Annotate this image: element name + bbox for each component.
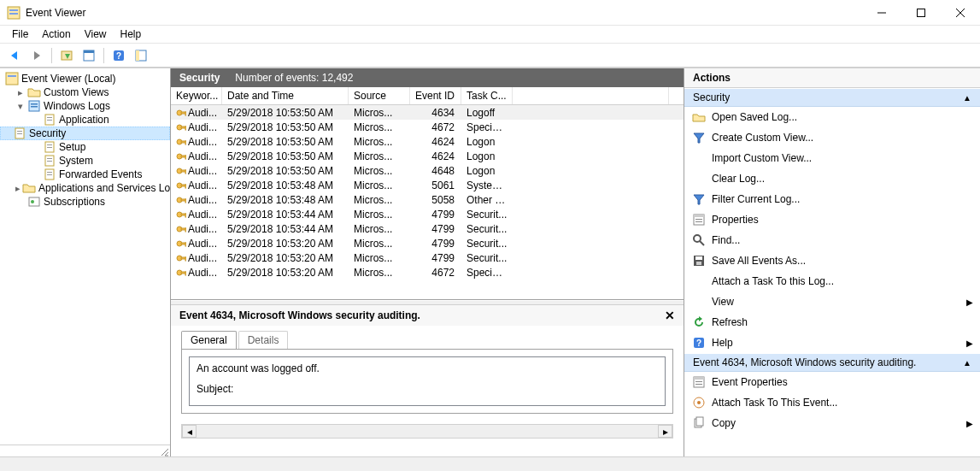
col-blank — [513, 87, 669, 104]
detail-hscrollbar[interactable]: ◂ ▸ — [181, 424, 673, 439]
minimize-button[interactable] — [862, 0, 901, 26]
tab-general[interactable]: General — [181, 331, 237, 349]
event-row[interactable]: Audi...5/29/2018 10:53:50 AMMicros...462… — [171, 149, 684, 163]
detail-body[interactable]: An account was logged off. Subject: — [189, 356, 666, 406]
event-row[interactable]: Audi...5/29/2018 10:53:48 AMMicros...506… — [171, 178, 684, 192]
actions-section-security[interactable]: Security ▲ — [684, 88, 980, 107]
close-button[interactable] — [941, 0, 980, 26]
back-button[interactable] — [4, 45, 25, 66]
submenu-arrow-icon: ▶ — [966, 419, 973, 428]
col-source[interactable]: Source — [349, 87, 410, 104]
detail-header: Event 4634, Microsoft Windows security a… — [171, 305, 684, 326]
cell-taskcat: System... — [461, 180, 513, 191]
scroll-right-icon[interactable]: ▸ — [658, 425, 672, 438]
tree-label: Applications and Services Lo — [38, 182, 170, 194]
event-row[interactable]: Audi...5/29/2018 10:53:50 AMMicros...463… — [171, 105, 684, 120]
cell-source: Micros... — [349, 136, 410, 148]
event-row[interactable]: Audi...5/29/2018 10:53:50 AMMicros...467… — [171, 120, 684, 134]
titlebar: Event Viewer — [0, 0, 980, 26]
cell-eventid: 4624 — [410, 136, 461, 148]
svg-rect-18 — [8, 75, 16, 77]
action-label: Properties — [712, 214, 759, 226]
action-help[interactable]: ?Help▶ — [684, 333, 980, 353]
actions-section-event[interactable]: Event 4634, Microsoft Windows security a… — [684, 353, 980, 372]
cell-taskcat: Logon — [461, 150, 513, 162]
nav-tree[interactable]: Event Viewer (Local) ▸Custom Views▾Windo… — [0, 68, 170, 445]
event-row[interactable]: Audi...5/29/2018 10:53:20 AMMicros...479… — [171, 250, 684, 265]
action-create-custom-view-[interactable]: Create Custom View... — [684, 127, 980, 148]
event-row[interactable]: Audi...5/29/2018 10:53:44 AMMicros...479… — [171, 207, 684, 221]
tree-node-subscriptions[interactable]: Subscriptions — [0, 195, 170, 209]
action-refresh[interactable]: Refresh — [684, 312, 980, 333]
action-label: Copy — [712, 417, 736, 429]
main-content: Event Viewer (Local) ▸Custom Views▾Windo… — [0, 68, 980, 456]
cell-eventid: 4799 — [410, 209, 461, 221]
tree-root[interactable]: Event Viewer (Local) — [0, 72, 170, 85]
maximize-button[interactable] — [901, 0, 941, 26]
scroll-left-icon[interactable]: ◂ — [182, 425, 197, 438]
action-attach-task-to-this-event-[interactable]: Attach Task To This Event... — [684, 392, 980, 413]
center-pane: Security Number of events: 12,492 Keywor… — [171, 68, 684, 456]
menu-file[interactable]: File — [5, 26, 35, 42]
action-event-properties[interactable]: Event Properties — [684, 372, 980, 392]
action-view[interactable]: View▶ — [684, 291, 980, 312]
action-attach-a-task-to-this-log-[interactable]: Attach a Task To this Log... — [684, 271, 980, 291]
cell-source: Micros... — [349, 180, 410, 191]
action-filter-current-log-[interactable]: Filter Current Log... — [684, 189, 980, 209]
help-toolbar-button[interactable]: ? — [109, 45, 129, 66]
event-row[interactable]: Audi...5/29/2018 10:53:50 AMMicros...462… — [171, 134, 684, 149]
pane-resizer[interactable] — [0, 445, 170, 456]
col-eventid[interactable]: Event ID — [410, 87, 461, 104]
tree-node-custom-views[interactable]: ▸Custom Views — [0, 85, 170, 99]
detail-title: Event 4634, Microsoft Windows security a… — [179, 309, 420, 321]
cell-taskcat: Logoff — [461, 107, 513, 119]
svg-rect-23 — [47, 117, 52, 118]
action-open-saved-log-[interactable]: Open Saved Log... — [684, 107, 980, 127]
tree-node-security[interactable]: Security — [0, 127, 170, 140]
svg-rect-41 — [185, 112, 186, 115]
none-icon — [691, 274, 707, 288]
tab-details[interactable]: Details — [238, 331, 289, 349]
action-save-all-events-as-[interactable]: Save All Events As... — [684, 250, 980, 271]
cell-eventid: 4799 — [410, 223, 461, 235]
tree-node-forwarded-events[interactable]: Forwarded Events — [0, 168, 170, 181]
event-row[interactable]: Audi...5/29/2018 10:53:48 AMMicros...505… — [171, 192, 684, 207]
cell-source: Micros... — [349, 252, 410, 264]
event-row[interactable]: Audi...5/29/2018 10:53:20 AMMicros...479… — [171, 236, 684, 250]
svg-rect-95 — [696, 417, 703, 426]
col-taskcat[interactable]: Task C... — [461, 87, 513, 104]
event-grid[interactable]: Audi...5/29/2018 10:53:50 AMMicros...463… — [171, 105, 684, 300]
toolbar: ? — [0, 44, 980, 68]
event-row[interactable]: Audi...5/29/2018 10:53:44 AMMicros...479… — [171, 221, 684, 236]
event-row[interactable]: Audi...5/29/2018 10:53:20 AMMicros...467… — [171, 265, 684, 280]
col-keywords[interactable]: Keywor... — [171, 87, 222, 104]
action-clear-log-[interactable]: Clear Log... — [684, 168, 980, 189]
tree-toggle-icon[interactable]: ▸ — [15, 87, 26, 98]
menu-view[interactable]: View — [78, 26, 114, 42]
view-toolbar-button[interactable] — [131, 45, 151, 66]
tree-node-applications-and-services-lo[interactable]: ▸Applications and Services Lo — [0, 181, 170, 195]
tree-toggle-icon[interactable]: ▸ — [15, 183, 21, 194]
show-hide-tree-button[interactable] — [56, 45, 77, 66]
svg-rect-33 — [47, 161, 52, 162]
action-copy[interactable]: Copy▶ — [684, 413, 980, 433]
tree-toggle-icon[interactable]: ▾ — [15, 101, 26, 112]
none-icon — [691, 295, 707, 309]
action-find-[interactable]: Find... — [684, 230, 980, 250]
event-row[interactable]: Audi...5/29/2018 10:53:50 AMMicros...464… — [171, 163, 684, 178]
menu-help[interactable]: Help — [114, 26, 149, 42]
tree-node-application[interactable]: Application — [0, 113, 170, 127]
cell-taskcat: Special... — [461, 121, 513, 133]
scrollbar-track[interactable] — [197, 425, 658, 438]
forward-button[interactable] — [26, 45, 47, 66]
action-import-custom-view-[interactable]: Import Custom View... — [684, 148, 980, 168]
menu-action[interactable]: Action — [35, 26, 77, 42]
tree-node-system[interactable]: System — [0, 154, 170, 168]
logs-icon — [27, 99, 41, 113]
properties-toolbar-button[interactable] — [79, 45, 99, 66]
tree-node-windows-logs[interactable]: ▾Windows Logs — [0, 99, 170, 113]
detail-close-button[interactable]: ✕ — [665, 309, 675, 322]
tree-node-setup[interactable]: Setup — [0, 140, 170, 154]
action-properties[interactable]: Properties — [684, 209, 980, 230]
col-datetime[interactable]: Date and Time — [222, 87, 349, 104]
